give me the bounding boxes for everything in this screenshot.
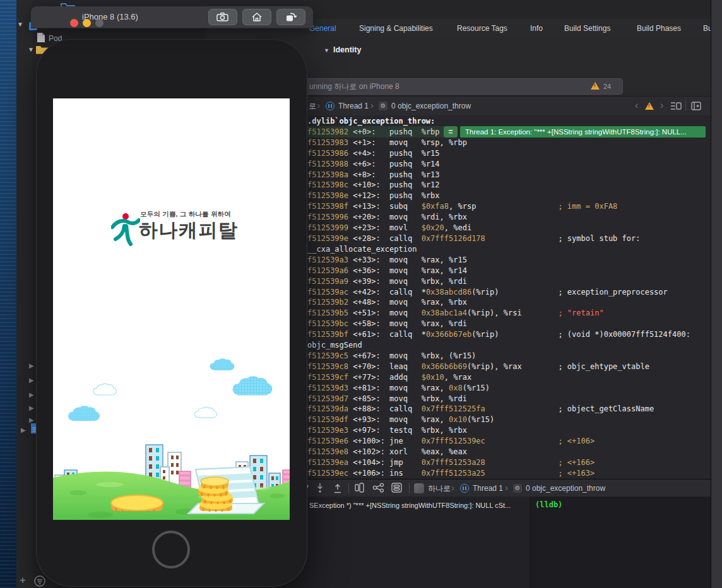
disclosure-right-icon[interactable]: ▶ <box>21 426 26 433</box>
tab-build-settings[interactable]: Build Settings <box>564 19 610 38</box>
app-icon <box>414 483 424 493</box>
desktop-wallpaper <box>0 0 16 588</box>
step-out-icon[interactable] <box>333 483 342 493</box>
chevron-right-icon: › <box>317 97 320 115</box>
identity-header: Identity <box>333 45 361 54</box>
warning-count[interactable]: 24 <box>603 83 611 90</box>
camera-icon <box>216 13 229 22</box>
rotate-button[interactable] <box>276 9 305 25</box>
debug-toolbar: 하나로 › Thread 1 › ⚙ 0 objc_exception_thro… <box>252 479 711 497</box>
close-button[interactable] <box>70 19 78 27</box>
activity-status-text: unning 하나로 on iPhone 8 <box>309 81 399 92</box>
tab-general[interactable]: General <box>309 19 336 38</box>
view-debugger-icon[interactable] <box>355 483 366 493</box>
exception-description-text: SException *) "*** +[NSString stringWith… <box>309 502 511 509</box>
chevron-right-icon: › <box>451 479 454 498</box>
simulator-title: iPhone 8 (13.6) <box>82 12 138 21</box>
disclosure-right-icon[interactable]: ▶ <box>29 362 34 369</box>
chevron-right-icon: › <box>505 479 508 498</box>
home-icon <box>251 12 263 22</box>
memory-graph-icon[interactable] <box>372 483 385 493</box>
document-icon[interactable] <box>37 32 45 43</box>
disclosure-right-icon[interactable]: ▶ <box>29 416 34 423</box>
debugbar-app-crumb[interactable]: 하나로 <box>428 479 451 497</box>
thread-pause-icon <box>460 484 469 493</box>
disclosure-down-icon[interactable]: ▼ <box>17 21 23 28</box>
chevron-right-icon[interactable]: › <box>660 97 663 115</box>
splash-illustration <box>53 98 290 520</box>
step-into-icon[interactable] <box>316 483 324 493</box>
chevron-right-icon: › <box>370 97 374 115</box>
disclosure-down-icon[interactable]: ▼ <box>324 47 329 54</box>
rotate-icon <box>285 12 297 23</box>
issue-warning-icon[interactable] <box>645 102 654 110</box>
add-editor-icon[interactable] <box>691 102 701 110</box>
disassembly: libobjc.A.dylib`objc_exception_throw: 0x… <box>266 116 690 479</box>
exception-banner[interactable]: Thread 1: Exception: "*** +[NSString str… <box>460 126 706 138</box>
gear-icon: ⚙ <box>513 484 522 493</box>
app-screen[interactable]: 모두의 기쁨, 그 하나를 위하여 하나캐피탈 <box>53 98 290 520</box>
warning-icon[interactable] <box>591 82 600 90</box>
jumpbar-frame-crumb[interactable]: 0 objc_exception_throw <box>391 97 471 115</box>
gear-icon: ⚙ <box>379 102 388 110</box>
tab-resource-tags[interactable]: Resource Tags <box>457 19 507 38</box>
disassembly-pane: libobjc.A.dylib`objc_exception_throw: 0x… <box>252 115 711 479</box>
jumpbar-thread-crumb[interactable]: Thread 1 <box>338 97 369 115</box>
disclosure-down-icon[interactable]: ▼ <box>28 46 34 53</box>
disclosure-right-icon[interactable]: ▶ <box>29 391 34 398</box>
iphone-simulator: 모두의 기쁨, 그 하나를 위하여 하나캐피탈 <box>36 39 307 587</box>
debug-jump-bar: 로 › Thread 1 › ⚙ 0 objc_exception_throw … <box>252 96 711 116</box>
utility-area-edge <box>711 0 722 588</box>
exception-equals-badge[interactable]: = <box>444 126 458 138</box>
debugbar-frame-crumb[interactable]: 0 objc_exception_throw <box>526 479 605 497</box>
environment-overrides-icon[interactable] <box>391 483 402 493</box>
disclosure-right-icon[interactable]: ▶ <box>29 377 34 384</box>
line-list-icon[interactable] <box>670 102 682 110</box>
jumpbar-app-crumb[interactable]: 로 <box>309 97 316 115</box>
lldb-prompt[interactable]: (lldb) <box>535 500 562 509</box>
filter-icon[interactable] <box>33 575 46 587</box>
lldb-console-pane[interactable]: (lldb) <box>530 497 711 588</box>
chevron-left-icon[interactable]: ‹ <box>635 97 638 115</box>
home-button[interactable] <box>242 9 271 25</box>
screenshot-button[interactable] <box>208 9 237 25</box>
screenshot-stage: General Signing & Capabilities Resource … <box>0 0 722 588</box>
home-button-ring[interactable] <box>152 531 190 568</box>
disclosure-right-icon[interactable]: ▶ <box>29 404 34 411</box>
tab-signing-capabilities[interactable]: Signing & Capabilities <box>359 19 433 38</box>
add-button[interactable]: + <box>20 574 26 587</box>
tab-info[interactable]: Info <box>530 19 543 38</box>
tab-build-phases[interactable]: Build Phases <box>637 19 681 38</box>
debugbar-thread-crumb[interactable]: Thread 1 <box>473 479 503 497</box>
thread-pause-icon <box>326 102 334 110</box>
clouds-icon <box>68 358 272 421</box>
